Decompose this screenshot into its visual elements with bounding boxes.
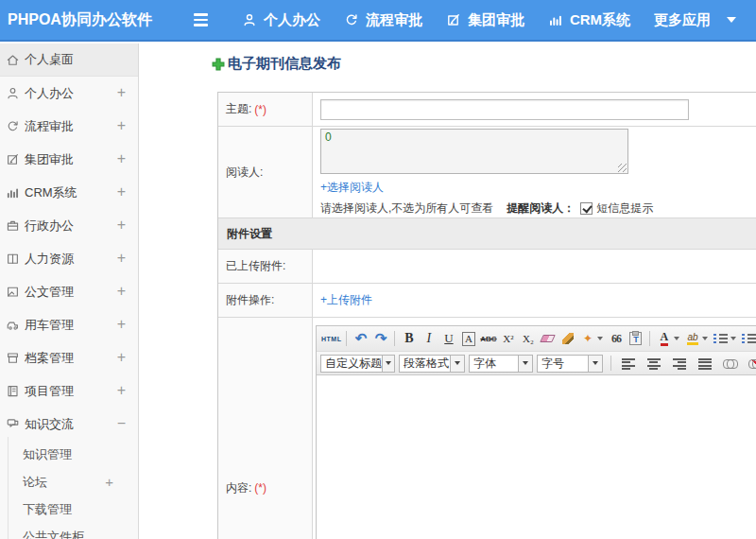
sidebar-item-1[interactable]: 个人桌面 — [0, 43, 138, 77]
subject-label: 主题:(*) — [218, 93, 313, 126]
insert-link-icon[interactable] — [723, 359, 738, 367]
sidebar-subitem-3[interactable]: 下载管理 — [0, 496, 138, 523]
superscript-icon[interactable]: X² — [499, 329, 517, 348]
font-color-caret[interactable] — [674, 337, 679, 340]
subject-input[interactable] — [320, 99, 689, 120]
highlight-color-icon[interactable]: ab — [687, 332, 697, 345]
nav-item-2[interactable]: 流程审批 — [344, 11, 422, 29]
align-right-icon[interactable] — [673, 357, 686, 370]
edit-icon — [6, 152, 20, 166]
sidebar-subitem-label: 公共文件柜 — [23, 529, 84, 539]
sidebar-subitem-label: 论坛 — [23, 474, 47, 491]
sidebar-item-label: 公文管理 — [25, 284, 74, 301]
sidebar-item-label: 集团审批 — [25, 151, 74, 168]
doc-icon — [6, 285, 20, 299]
quick-format-icon[interactable]: A — [462, 332, 475, 346]
chevron-down-icon[interactable] — [727, 17, 736, 23]
sidebar-subitem-2[interactable]: 论坛+ — [0, 468, 138, 496]
paste-as-text-icon[interactable]: T — [629, 332, 642, 345]
rich-text-editor: HTML ↶ ↷ B I U A ABC X² X₂ ✦ — [316, 325, 756, 539]
underline-icon[interactable]: U — [439, 329, 457, 348]
editor-content-area[interactable] — [317, 375, 756, 539]
sidebar-subitem-4[interactable]: 公共文件柜 — [0, 523, 138, 539]
nav-item-1[interactable]: 个人办公 — [242, 11, 320, 29]
blockquote-icon[interactable]: 66 — [607, 329, 625, 348]
book-icon — [6, 252, 20, 266]
sidebar-item-11[interactable]: 项目管理+ — [0, 374, 138, 408]
auto-typeset-caret[interactable] — [597, 337, 603, 340]
sidebar-item-6[interactable]: 行政办公+ — [0, 209, 138, 242]
undo-icon[interactable]: ↶ — [352, 329, 369, 348]
paragraph-select[interactable]: 段落格式 — [399, 355, 465, 373]
briefcase-icon — [6, 218, 20, 233]
uploaded-attachments-value — [313, 250, 756, 283]
expand-toggle-icon[interactable]: + — [117, 250, 126, 267]
sidebar-item-3[interactable]: 流程审批+ — [0, 110, 138, 143]
expand-toggle-icon[interactable]: + — [117, 316, 126, 333]
sidebar-item-12[interactable]: 知识交流− — [0, 408, 138, 441]
nav-item-3[interactable]: 集团审批 — [446, 11, 524, 29]
highlight-color-caret[interactable] — [702, 337, 708, 340]
sidebar-subitem-1[interactable]: 知识管理 — [0, 441, 138, 468]
auto-typeset-icon[interactable]: ✦ — [578, 329, 596, 348]
ordered-list-icon[interactable] — [713, 333, 728, 344]
bold-icon[interactable]: B — [400, 329, 418, 348]
sidebar-item-label: 流程审批 — [25, 118, 74, 135]
readers-label: 阅读人: — [218, 127, 313, 217]
select-readers-link[interactable]: +选择阅读人 — [320, 180, 756, 196]
align-center-icon[interactable] — [647, 357, 661, 370]
sidebar-item-7[interactable]: 人力资源+ — [0, 242, 138, 275]
ordered-list-caret[interactable] — [730, 337, 736, 340]
sidebar-item-2[interactable]: 个人办公+ — [0, 77, 138, 110]
unordered-list-icon[interactable] — [742, 333, 756, 344]
strikethrough-icon[interactable]: ABC — [479, 329, 497, 348]
sidebar-subitem-label: 知识管理 — [23, 446, 72, 463]
sidebar-item-10[interactable]: 档案管理+ — [0, 341, 138, 374]
expand-toggle-icon[interactable]: + — [117, 150, 126, 167]
expand-toggle-icon[interactable]: + — [117, 217, 126, 234]
editor-toolbar-row1: HTML ↶ ↷ B I U A ABC X² X₂ ✦ — [317, 326, 756, 352]
attachment-actions-label: 附件操作: — [218, 284, 313, 317]
sidebar-item-label: 个人桌面 — [25, 51, 74, 68]
nav-item-5[interactable]: 更多应用 — [654, 11, 736, 29]
expand-toggle-icon[interactable]: + — [105, 473, 113, 489]
expand-toggle-icon[interactable]: + — [117, 183, 126, 200]
size-select[interactable]: 字号 — [537, 355, 603, 373]
heading-select[interactable]: 自定义标题 — [320, 355, 395, 373]
sidebar-item-5[interactable]: CRM系统+ — [0, 176, 138, 209]
remove-link-icon[interactable] — [748, 359, 756, 367]
expand-toggle-icon[interactable]: + — [117, 283, 126, 300]
top-header: PHPOA协同办公软件 个人办公流程审批集团审批CRM系统更多应用 — [0, 0, 756, 42]
format-painter-icon[interactable] — [562, 333, 574, 344]
expand-toggle-icon[interactable]: − — [117, 415, 126, 432]
sidebar-subitem-label: 下载管理 — [23, 501, 72, 518]
sms-notify-checkbox[interactable] — [580, 202, 593, 215]
expand-toggle-icon[interactable]: + — [117, 117, 126, 134]
upload-attachment-link[interactable]: +上传附件 — [320, 292, 372, 308]
sidebar-item-8[interactable]: 公文管理+ — [0, 275, 138, 308]
nav-item-4[interactable]: CRM系统 — [548, 11, 630, 29]
publish-form: 主题:(*) 阅读人: 0 +选择阅读人 请选择阅读人,不选为所有人可查看 提醒… — [217, 92, 756, 539]
home-icon — [6, 53, 20, 67]
align-left-icon[interactable] — [622, 357, 635, 370]
sidebar-item-label: 个人办公 — [25, 85, 74, 102]
expand-toggle-icon[interactable]: + — [117, 382, 126, 399]
subscript-icon[interactable]: X₂ — [519, 329, 537, 348]
sidebar-item-4[interactable]: 集团审批+ — [0, 143, 138, 176]
source-code-button[interactable]: HTML — [321, 329, 341, 348]
sidebar-item-9[interactable]: 用车管理+ — [0, 308, 138, 341]
expand-toggle-icon[interactable]: + — [117, 349, 126, 366]
font-select[interactable]: 字体 — [469, 355, 533, 373]
nav-item-label: 个人办公 — [264, 11, 320, 29]
redo-icon[interactable]: ↷ — [371, 329, 389, 348]
page-title: 电子期刊信息发布 — [212, 55, 341, 73]
font-color-icon[interactable]: A — [661, 331, 669, 346]
readers-textarea[interactable]: 0 — [320, 129, 628, 174]
content-label: 内容:(*) — [218, 318, 313, 539]
hamburger-menu-icon[interactable] — [194, 13, 208, 26]
remove-format-icon[interactable] — [541, 335, 557, 342]
nav-item-label: 流程审批 — [366, 11, 422, 29]
align-justify-icon[interactable] — [698, 357, 712, 370]
italic-icon[interactable]: I — [420, 329, 438, 348]
expand-toggle-icon[interactable]: + — [117, 84, 126, 101]
